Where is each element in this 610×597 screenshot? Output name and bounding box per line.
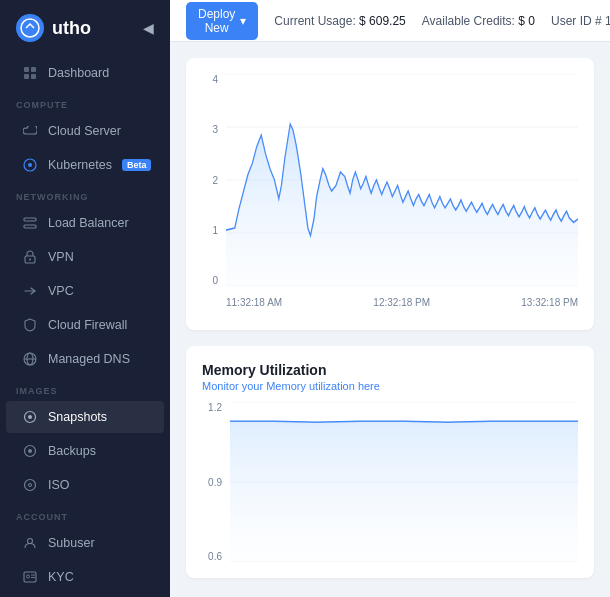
vpc-icon xyxy=(22,283,38,299)
y-label-0: 0 xyxy=(202,275,218,286)
mem-y-label-3: 0.6 xyxy=(202,551,222,562)
sidebar-item-label: Snapshots xyxy=(48,410,107,424)
sidebar-item-kubernetes[interactable]: Kubernetes Beta xyxy=(6,149,164,181)
sidebar-item-label: Kubernetes xyxy=(48,158,112,172)
sidebar-item-label: Backups xyxy=(48,444,96,458)
y-label-3: 3 xyxy=(202,124,218,135)
cloud-server-icon xyxy=(22,123,38,139)
sidebar-item-label: Managed DNS xyxy=(48,352,130,366)
logo-icon xyxy=(16,14,44,42)
load-balancer-icon xyxy=(22,215,38,231)
svg-point-22 xyxy=(27,575,30,578)
backups-icon xyxy=(22,443,38,459)
logo-text: utho xyxy=(52,18,91,39)
dashboard-icon xyxy=(22,65,38,81)
cpu-chart-svg xyxy=(226,74,578,286)
mem-y-label-2: 0.9 xyxy=(202,477,222,488)
svg-point-15 xyxy=(28,415,32,419)
sidebar-item-dashboard[interactable]: Dashboard xyxy=(6,57,164,89)
sidebar-item-label: VPC xyxy=(48,284,74,298)
x-label-3: 13:32:18 PM xyxy=(521,297,578,308)
svg-rect-3 xyxy=(24,74,29,79)
sidebar-item-cloud-firewall[interactable]: Cloud Firewall xyxy=(6,309,164,341)
user-id: User ID # 17160. xyxy=(551,14,610,28)
svg-point-17 xyxy=(28,449,32,453)
cpu-chart-card: 4 3 2 1 0 xyxy=(186,58,594,330)
compute-section-label: COMPUTE xyxy=(0,90,170,114)
sidebar-item-iso[interactable]: ISO xyxy=(6,469,164,501)
chevron-down-icon: ▾ xyxy=(240,14,246,28)
memory-chart-title: Memory Utilization xyxy=(202,362,578,378)
memory-chart-svg xyxy=(230,402,578,562)
svg-point-19 xyxy=(29,484,32,487)
sidebar-item-label: Dashboard xyxy=(48,66,109,80)
sidebar-item-managed-dns[interactable]: Managed DNS xyxy=(6,343,164,375)
account-section-label: ACCOUNT xyxy=(0,502,170,526)
deploy-new-label: Deploy New xyxy=(198,7,235,35)
cloud-firewall-icon xyxy=(22,317,38,333)
sidebar-item-backups[interactable]: Backups xyxy=(6,435,164,467)
sidebar-item-label: KYC xyxy=(48,570,74,584)
svg-rect-21 xyxy=(24,572,36,582)
available-credits: Available Credits: $ 0 xyxy=(422,14,535,28)
sidebar-collapse-button[interactable]: ◀ xyxy=(143,20,154,36)
managed-dns-icon xyxy=(22,351,38,367)
networking-section-label: NETWORKING xyxy=(0,182,170,206)
sidebar-item-label: Subuser xyxy=(48,536,95,550)
svg-rect-7 xyxy=(24,218,36,221)
kubernetes-icon xyxy=(22,157,38,173)
sidebar-item-cloud-server[interactable]: Cloud Server xyxy=(6,115,164,147)
sidebar-item-label: VPN xyxy=(48,250,74,264)
svg-rect-2 xyxy=(31,67,36,72)
svg-point-20 xyxy=(28,539,33,544)
beta-badge: Beta xyxy=(122,159,152,171)
svg-rect-1 xyxy=(24,67,29,72)
svg-rect-8 xyxy=(24,225,36,228)
x-label-2: 12:32:18 PM xyxy=(373,297,430,308)
svg-point-10 xyxy=(29,259,31,261)
sidebar-item-label: Cloud Server xyxy=(48,124,121,138)
y-label-4: 4 xyxy=(202,74,218,85)
mem-y-label-1: 1.2 xyxy=(202,402,222,413)
iso-icon xyxy=(22,477,38,493)
sidebar-item-load-balancer[interactable]: Load Balancer xyxy=(6,207,164,239)
sidebar-item-vpc[interactable]: VPC xyxy=(6,275,164,307)
vpn-icon xyxy=(22,249,38,265)
scroll-area: 4 3 2 1 0 xyxy=(170,42,610,597)
svg-point-18 xyxy=(25,480,36,491)
snapshots-icon xyxy=(22,409,38,425)
sidebar-item-vpn[interactable]: VPN xyxy=(6,241,164,273)
sidebar-item-snapshots[interactable]: Snapshots xyxy=(6,401,164,433)
y-label-1: 1 xyxy=(202,225,218,236)
sidebar-item-label: Load Balancer xyxy=(48,216,129,230)
sidebar-item-label: Cloud Firewall xyxy=(48,318,127,332)
sidebar-item-kyc[interactable]: KYC xyxy=(6,561,164,593)
memory-chart-subtitle: Monitor your Memory utilization here xyxy=(202,380,578,392)
svg-rect-4 xyxy=(31,74,36,79)
top-bar: Deploy New ▾ Current Usage: $ 609.25 Ava… xyxy=(170,0,610,42)
main-content: Deploy New ▾ Current Usage: $ 609.25 Ava… xyxy=(170,0,610,597)
sidebar-logo-area: utho ◀ xyxy=(0,0,170,56)
deploy-new-button[interactable]: Deploy New ▾ xyxy=(186,2,258,40)
sidebar-item-label: ISO xyxy=(48,478,70,492)
kyc-icon xyxy=(22,569,38,585)
y-label-2: 2 xyxy=(202,175,218,186)
x-label-1: 11:32:18 AM xyxy=(226,297,282,308)
sidebar: utho ◀ Dashboard COMPUTE Cloud Server Ku… xyxy=(0,0,170,597)
sidebar-item-subuser[interactable]: Subuser xyxy=(6,527,164,559)
svg-point-0 xyxy=(21,19,39,37)
svg-point-6 xyxy=(28,163,32,167)
images-section-label: IMAGES xyxy=(0,376,170,400)
current-usage: Current Usage: $ 609.25 xyxy=(274,14,405,28)
subuser-icon xyxy=(22,535,38,551)
memory-chart-card: Memory Utilization Monitor your Memory u… xyxy=(186,346,594,578)
